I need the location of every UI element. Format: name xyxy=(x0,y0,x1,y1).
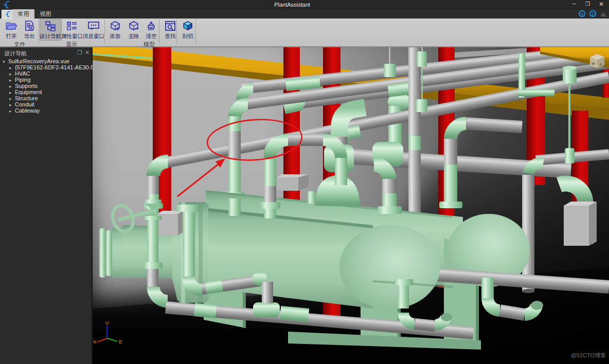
svg-text:S: S xyxy=(600,63,602,66)
svg-text:E: E xyxy=(119,339,122,344)
svg-text:N: N xyxy=(93,339,97,344)
svg-text:W: W xyxy=(592,62,595,65)
svg-text:U: U xyxy=(105,320,109,325)
svg-text:@51CTO博客: @51CTO博客 xyxy=(571,352,606,358)
